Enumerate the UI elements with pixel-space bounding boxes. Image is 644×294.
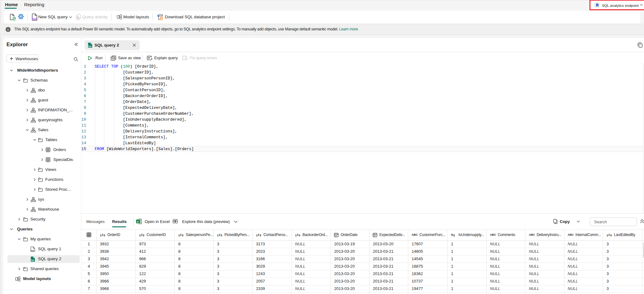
svg-text:SQL: SQL	[31, 249, 34, 251]
svg-text:SQL: SQL	[33, 18, 38, 20]
svg-text:X: X	[137, 220, 139, 223]
svg-text:SQL: SQL	[31, 259, 34, 261]
svg-text:SQL: SQL	[88, 45, 92, 47]
